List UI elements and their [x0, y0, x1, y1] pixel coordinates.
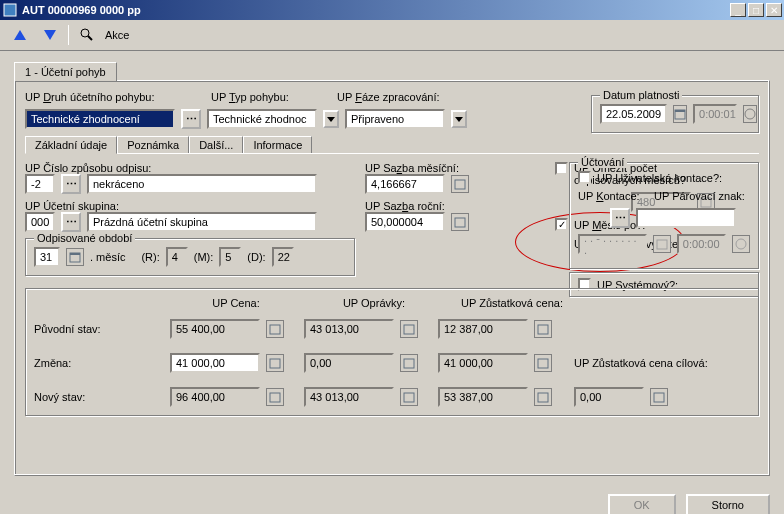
- cal-icon[interactable]: [400, 320, 418, 338]
- storno-button[interactable]: Storno: [686, 494, 770, 514]
- druh-picker-button[interactable]: ⋯: [181, 109, 201, 129]
- typ-field[interactable]: Technické zhodnoc: [207, 109, 317, 129]
- app-icon: [2, 2, 18, 18]
- subtab-poznamka[interactable]: Poznámka: [117, 136, 189, 154]
- kontace-picker[interactable]: ⋯: [610, 208, 630, 228]
- n-opr: 43 013,00: [304, 387, 394, 407]
- user-kontace-label: UP Uživatelská kontace?:: [597, 172, 722, 184]
- uctovani-title: Účtování: [578, 156, 627, 168]
- calendar-icon[interactable]: [673, 105, 687, 123]
- sazba-r-label: UP Sazba roční:: [365, 200, 445, 212]
- druh-label: UP Druh účetního pohybu:: [25, 91, 154, 103]
- svg-rect-6: [70, 253, 80, 255]
- subtab-zakladni[interactable]: Základní údaje: [25, 136, 117, 154]
- svg-point-11: [736, 239, 746, 249]
- time-field: 0:00:01: [693, 104, 737, 124]
- faze-dropdown[interactable]: [451, 110, 467, 128]
- obdobi-title: Odpisované období: [34, 232, 135, 244]
- obdobi-m-lbl: (M):: [194, 251, 214, 263]
- z-cena[interactable]: 41 000,00: [170, 353, 260, 373]
- toolbar: Akce: [0, 20, 784, 51]
- cal-icon[interactable]: [266, 320, 284, 338]
- puvodni-label: Původní stav:: [34, 323, 164, 335]
- cislo-text-field[interactable]: nekráceno: [87, 174, 317, 194]
- mesic-checkbox[interactable]: [555, 218, 568, 231]
- kontace-label: UP Kontace:: [578, 190, 640, 202]
- maximize-button[interactable]: □: [748, 3, 764, 17]
- sazba-r-icon[interactable]: [451, 213, 469, 231]
- svg-rect-3: [675, 110, 685, 112]
- skupina-text-field[interactable]: Prázdná účetní skupina: [87, 212, 317, 232]
- svg-point-4: [745, 109, 755, 119]
- user-kontace-checkbox[interactable]: [578, 171, 591, 184]
- p-zust: 12 387,00: [438, 319, 528, 339]
- n-cena: 96 400,00: [170, 387, 260, 407]
- novy-label: Nový stav:: [34, 391, 164, 403]
- akce-label[interactable]: Akce: [105, 29, 129, 41]
- dash-icon: [653, 235, 671, 253]
- svg-point-1: [81, 29, 89, 37]
- svg-rect-0: [4, 4, 16, 16]
- cislo-picker[interactable]: ⋯: [61, 174, 81, 194]
- cal-icon[interactable]: [400, 388, 418, 406]
- obdobi-d-lbl: (D):: [247, 251, 265, 263]
- z-zust: 41 000,00: [438, 353, 528, 373]
- obdobi-mesic[interactable]: 31: [34, 247, 60, 267]
- prev-button[interactable]: [8, 24, 32, 46]
- z-opr: 0,00: [304, 353, 394, 373]
- svg-rect-17: [538, 359, 548, 368]
- cal-icon[interactable]: [650, 388, 668, 406]
- sazba-r-field[interactable]: 50,000004: [365, 212, 445, 232]
- cislo-field[interactable]: -2: [25, 174, 55, 194]
- obdobi-m: 5: [219, 247, 241, 267]
- svg-rect-18: [270, 393, 280, 402]
- next-button[interactable]: [38, 24, 62, 46]
- n-zust: 53 387,00: [438, 387, 528, 407]
- cal-icon[interactable]: [534, 354, 552, 372]
- omezit-checkbox[interactable]: [555, 162, 568, 175]
- time2-field: 0:00:00: [677, 234, 726, 254]
- subtab-informace[interactable]: Informace: [243, 136, 312, 154]
- faze-label: UP Fáze zpracování:: [337, 91, 440, 103]
- cal-icon[interactable]: [534, 388, 552, 406]
- typ-dropdown[interactable]: [323, 110, 339, 128]
- p-opr: 43 013,00: [304, 319, 394, 339]
- sazba-m-field[interactable]: 4,166667: [365, 174, 445, 194]
- zmena-label: Změna:: [34, 357, 164, 369]
- cal-icon[interactable]: [534, 320, 552, 338]
- obdobi-r-lbl: (R):: [141, 251, 159, 263]
- obdobi-cal-icon[interactable]: [66, 248, 84, 266]
- sazba-m-icon[interactable]: [451, 175, 469, 193]
- cislo-label: UP Číslo způsobu odpisu:: [25, 162, 151, 174]
- close-button[interactable]: ✕: [766, 3, 782, 17]
- time2-icon: [732, 235, 750, 253]
- cal-icon[interactable]: [266, 388, 284, 406]
- cal-icon[interactable]: [266, 354, 284, 372]
- cal-icon[interactable]: [400, 354, 418, 372]
- skupina-field[interactable]: 000: [25, 212, 55, 232]
- time-icon[interactable]: [743, 105, 757, 123]
- typ-label: UP Typ pohybu:: [211, 91, 289, 103]
- datum-field[interactable]: 22.05.2009: [600, 104, 667, 124]
- subtab-dalsi[interactable]: Další...: [189, 136, 243, 154]
- parov-label: UP Párovací znak:: [654, 190, 745, 202]
- dash-field: . . - . . . . . . .: [578, 234, 647, 254]
- svg-rect-19: [404, 393, 414, 402]
- minimize-button[interactable]: _: [730, 3, 746, 17]
- cilova-label: UP Zůstatková cena cílová:: [574, 357, 708, 369]
- druh-field[interactable]: Technické zhodnocení: [25, 109, 175, 129]
- skupina-picker[interactable]: ⋯: [61, 212, 81, 232]
- tab-ucetni-pohyb[interactable]: 1 - Účetní pohyb: [14, 62, 117, 81]
- faze-field[interactable]: Připraveno: [345, 109, 445, 129]
- svg-rect-7: [455, 180, 465, 189]
- window-title: AUT 00000969 0000 pp: [22, 4, 730, 16]
- titlebar: AUT 00000969 0000 pp _ □ ✕: [0, 0, 784, 20]
- action-icon[interactable]: [75, 24, 99, 46]
- obdobi-mesic-lbl: . měsíc: [90, 251, 125, 263]
- svg-rect-12: [270, 325, 280, 334]
- cilova-field: 0,00: [574, 387, 644, 407]
- parov-field[interactable]: [636, 208, 736, 228]
- datum-group-label: Datum platnosti: [600, 89, 682, 101]
- svg-rect-15: [270, 359, 280, 368]
- p-cena: 55 400,00: [170, 319, 260, 339]
